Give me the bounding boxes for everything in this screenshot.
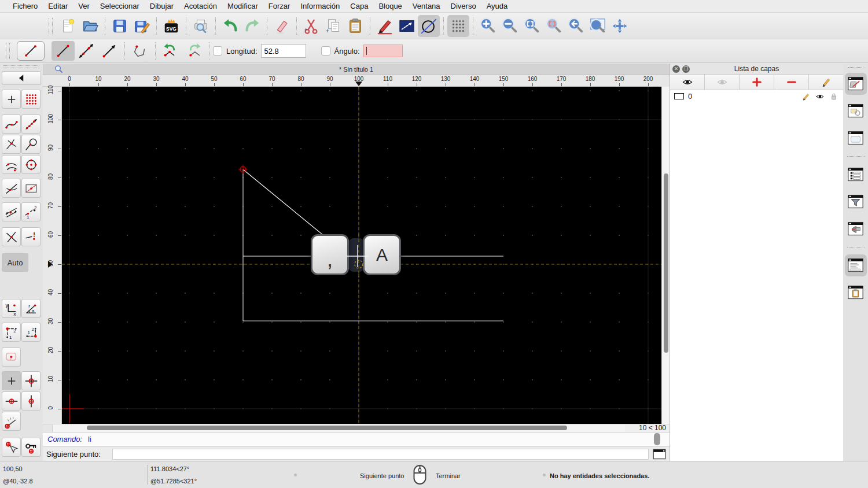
zoom-selected-button[interactable] xyxy=(543,15,565,37)
angle-checkbox[interactable] xyxy=(321,46,330,56)
menu-informacion[interactable]: Información xyxy=(295,2,345,10)
line-segment-button[interactable] xyxy=(52,41,75,61)
draw-pen-button[interactable] xyxy=(374,15,396,37)
redo-segment-button[interactable] xyxy=(182,41,205,61)
win-command-dock-button[interactable] xyxy=(845,254,867,276)
new-file-button[interactable] xyxy=(57,15,79,37)
angle-dial-button[interactable] xyxy=(2,412,21,431)
eye-closed-button[interactable] xyxy=(705,75,740,90)
print-preview-button[interactable] xyxy=(190,15,212,37)
horizontal-scrollbar[interactable] xyxy=(43,424,625,432)
toolbar-drag-handle[interactable] xyxy=(6,43,10,59)
menu-dibujar[interactable]: Dibujar xyxy=(145,2,179,10)
snap-free-button[interactable] xyxy=(2,90,21,109)
win-layers-dock-button[interactable] xyxy=(845,73,867,95)
menu-fichero[interactable]: Fichero xyxy=(8,2,43,10)
zoom-pan-button[interactable] xyxy=(609,15,631,37)
close-panel-icon[interactable]: ✕ xyxy=(672,65,680,73)
coord-polar-button[interactable]: ra xyxy=(21,299,41,318)
lock-icon[interactable] xyxy=(829,92,838,101)
eye-open-icon[interactable] xyxy=(815,92,825,101)
lines-arrows-button[interactable] xyxy=(2,202,21,221)
line-exclaim-button[interactable]: ! xyxy=(21,227,41,246)
save-file-button[interactable] xyxy=(109,15,131,37)
toolbar-drag-handle[interactable] xyxy=(49,18,53,34)
menu-seleccionar[interactable]: Seleccionar xyxy=(95,2,145,10)
length-input[interactable] xyxy=(261,44,306,58)
win-library-dock-button[interactable] xyxy=(845,127,867,149)
document-window-icon[interactable] xyxy=(54,65,63,73)
seq-12-button[interactable]: 12 xyxy=(21,202,41,221)
zoom-window-button[interactable] xyxy=(587,15,609,37)
target-v-button[interactable] xyxy=(21,391,41,411)
snap-auto-button[interactable]: Auto xyxy=(2,253,28,272)
corner-21-button[interactable]: 12 xyxy=(21,323,41,342)
menu-ver[interactable]: Ver xyxy=(73,2,95,10)
drawing-canvas[interactable]: ,A xyxy=(62,87,661,424)
vertical-scrollbar[interactable] xyxy=(661,87,670,424)
spline-points-button[interactable] xyxy=(2,114,21,134)
cut-button[interactable]: + xyxy=(300,15,322,37)
zoom-out-button[interactable] xyxy=(499,15,521,37)
circle-line-button[interactable] xyxy=(418,15,440,37)
strip-drag-handle[interactable] xyxy=(848,67,863,69)
line-bidirectional-button[interactable] xyxy=(75,41,98,61)
save-as-button[interactable] xyxy=(131,15,153,37)
menu-forzar[interactable]: Forzar xyxy=(263,2,296,10)
menu-editar[interactable]: Editar xyxy=(43,2,73,10)
eraser-button[interactable] xyxy=(271,15,293,37)
win-clipboard-dock-button[interactable] xyxy=(845,282,867,304)
zoom-previous-button[interactable] xyxy=(565,15,587,37)
zoom-in-button[interactable] xyxy=(477,15,499,37)
grid-dots-button[interactable] xyxy=(447,15,469,37)
line-ray-button[interactable] xyxy=(98,41,121,61)
key-target-button[interactable] xyxy=(21,438,41,457)
zoom-auto-button[interactable] xyxy=(521,15,543,37)
eye-open-button[interactable] xyxy=(670,75,705,90)
detach-command-widget-button[interactable] xyxy=(652,449,667,460)
layer-color-swatch[interactable] xyxy=(674,93,684,99)
remove-layer-button[interactable] xyxy=(774,75,809,90)
menu-modificar[interactable]: Modificar xyxy=(222,2,263,10)
svg-export-button[interactable]: SVG xyxy=(160,15,182,37)
edit-layer-icon[interactable] xyxy=(801,92,811,101)
snap-grid-button[interactable] xyxy=(21,90,41,109)
coord-xy-button[interactable]: yx xyxy=(2,299,21,318)
undo-button[interactable] xyxy=(219,15,241,37)
copy-button[interactable]: + xyxy=(322,15,344,37)
select-entity-red-button[interactable] xyxy=(2,347,21,367)
menu-diverso[interactable]: Diverso xyxy=(446,2,481,10)
cursor-target-button[interactable] xyxy=(2,438,21,457)
palette-drag-handle[interactable] xyxy=(3,65,39,68)
undo-segment-button[interactable] xyxy=(159,41,182,61)
horizontal-scrollbar-thumb[interactable] xyxy=(87,426,567,430)
menu-capa[interactable]: Capa xyxy=(345,2,373,10)
target-cross-button[interactable] xyxy=(21,371,41,390)
win-list-dock-button[interactable] xyxy=(845,164,867,186)
back-arrow-button[interactable] xyxy=(2,71,41,85)
arcs-point-button[interactable] xyxy=(2,155,21,174)
length-checkbox[interactable] xyxy=(213,46,222,56)
rect-diagonal-button[interactable] xyxy=(21,179,41,198)
edit-layer-button[interactable] xyxy=(809,75,843,90)
undock-panel-icon[interactable]: ❐ xyxy=(682,65,690,73)
menu-ayuda[interactable]: Ayuda xyxy=(481,2,513,10)
menu-ventana[interactable]: Ventana xyxy=(407,2,446,10)
current-tool-line-button[interactable] xyxy=(17,41,45,61)
angle-input[interactable] xyxy=(363,45,403,57)
layer-row[interactable]: 0 xyxy=(670,90,843,103)
polyline-continue-button[interactable] xyxy=(128,41,152,61)
corner-12-button[interactable]: 12 xyxy=(2,323,21,342)
snap-plus-button[interactable] xyxy=(2,371,21,390)
command-history-scrollbar-thumb[interactable] xyxy=(654,433,660,445)
win-views-dock-button[interactable] xyxy=(845,218,867,240)
menu-bloque[interactable]: Bloque xyxy=(373,2,407,10)
path-points-button[interactable] xyxy=(21,114,41,134)
line-options-button[interactable] xyxy=(396,15,418,37)
tangent-point-button[interactable] xyxy=(2,179,21,198)
win-filter-dock-button[interactable] xyxy=(845,191,867,213)
win-blocks-dock-button[interactable] xyxy=(845,100,867,122)
target-h-button[interactable] xyxy=(2,391,21,411)
menu-acotacion[interactable]: Acotación xyxy=(179,2,222,10)
open-file-button[interactable] xyxy=(79,15,101,37)
